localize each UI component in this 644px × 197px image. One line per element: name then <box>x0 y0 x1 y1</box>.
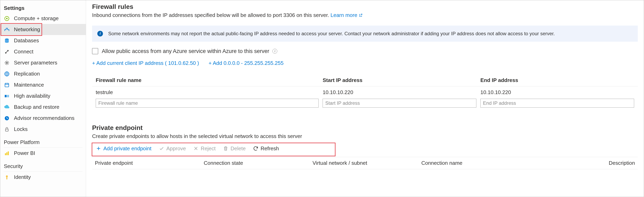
add-client-ip-link[interactable]: + Add current client IP address ( 101.0.… <box>92 60 199 66</box>
sidebar-item-label: Replication <box>14 71 40 77</box>
sidebar-item-high-availability[interactable]: High availability <box>0 90 86 102</box>
col-rule-name: Firewall rule name <box>96 77 318 84</box>
pe-table-header: Private endpoint Connection state Virtua… <box>92 157 638 169</box>
sidebar-item-label: Databases <box>14 38 39 44</box>
svg-rect-10 <box>5 153 6 155</box>
svg-point-3 <box>6 62 8 64</box>
high-availability-icon <box>4 93 10 99</box>
networking-icon <box>4 26 10 33</box>
identity-icon <box>4 174 10 180</box>
rule-name-input[interactable] <box>96 99 318 108</box>
reject-button[interactable]: Reject <box>190 144 219 153</box>
lock-icon <box>4 126 10 132</box>
sidebar-item-label: High availability <box>14 93 50 99</box>
info-icon-small[interactable]: i <box>272 49 277 54</box>
allow-azure-row: Allow public access from any Azure servi… <box>92 48 638 54</box>
sidebar-item-server-parameters[interactable]: Server parameters <box>0 57 86 68</box>
col-end-ip: End IP address <box>480 77 634 84</box>
sidebar-section-power: Power Platform <box>4 135 82 148</box>
sidebar-item-label: Server parameters <box>14 60 57 66</box>
approve-button[interactable]: Approve <box>155 144 190 153</box>
trash-icon <box>223 146 228 151</box>
svg-rect-9 <box>6 129 8 131</box>
database-icon <box>4 38 10 44</box>
pe-heading: Private endpoint <box>92 124 638 132</box>
allow-azure-checkbox[interactable] <box>92 48 98 54</box>
svg-rect-12 <box>8 151 9 155</box>
sidebar-item-label: Networking <box>14 26 40 33</box>
sidebar-item-label: Identity <box>14 174 31 180</box>
sidebar-item-networking[interactable]: Networking <box>0 24 86 35</box>
sidebar-item-identity[interactable]: Identity <box>0 172 86 183</box>
refresh-button[interactable]: Refresh <box>249 144 282 153</box>
col-desc: Description <box>530 160 635 166</box>
svg-rect-14 <box>6 177 8 180</box>
sidebar-section-settings: Settings <box>0 1 86 13</box>
col-cname: Connection name <box>421 160 526 166</box>
learn-more-label: Learn more <box>330 12 357 18</box>
svg-point-13 <box>6 175 8 177</box>
plus-icon <box>96 146 101 151</box>
firewall-description: Inbound connections from the IP addresse… <box>92 12 638 19</box>
add-private-endpoint-button[interactable]: Add private endpoint <box>92 144 155 153</box>
sidebar-item-compute-storage[interactable]: Compute + storage <box>0 13 86 24</box>
button-label: Refresh <box>260 146 279 152</box>
sidebar-item-replication[interactable]: Replication <box>0 68 86 79</box>
svg-point-1 <box>6 18 8 19</box>
button-label: Add private endpoint <box>103 146 152 152</box>
sidebar-section-security: Security <box>4 159 82 172</box>
col-state: Connection state <box>204 160 308 166</box>
sidebar-item-advisor[interactable]: Advisor recommendations <box>0 112 86 124</box>
sidebar-item-power-bi[interactable]: Power BI <box>0 148 86 159</box>
sidebar-item-label: Maintenance <box>14 82 44 88</box>
sidebar-item-label: Backup and restore <box>14 104 59 110</box>
end-ip-input[interactable] <box>480 99 634 108</box>
sidebar-item-backup-restore[interactable]: Backup and restore <box>0 102 86 112</box>
delete-button[interactable]: Delete <box>219 144 249 153</box>
private-endpoint-section: Private endpoint Create private endpoint… <box>92 124 638 169</box>
learn-more-link[interactable]: Learn more <box>330 12 363 18</box>
quick-links: + Add current client IP address ( 101.0.… <box>92 60 638 66</box>
col-vnet: Virtual network / subnet <box>312 160 417 166</box>
firewall-heading: Firewall rules <box>92 3 638 10</box>
pe-description: Create private endpoints to allow hosts … <box>92 133 638 140</box>
sidebar-item-locks[interactable]: Locks <box>0 124 86 135</box>
start-ip-input[interactable] <box>322 99 476 108</box>
sidebar-item-label: Power BI <box>14 150 35 156</box>
sidebar-item-connect[interactable]: Connect <box>0 46 86 57</box>
backup-icon <box>4 104 10 110</box>
sidebar-item-label: Connect <box>14 48 34 55</box>
replication-icon <box>4 71 10 77</box>
connect-icon <box>4 49 10 55</box>
button-label: Approve <box>166 146 186 152</box>
power-bi-icon <box>4 150 10 156</box>
sidebar-item-label: Locks <box>14 126 28 132</box>
button-label: Delete <box>230 146 246 152</box>
sidebar-item-databases[interactable]: Databases <box>0 35 86 46</box>
allow-azure-label: Allow public access from any Azure servi… <box>102 48 269 54</box>
advisor-icon <box>4 115 10 121</box>
firewall-rules-table: Firewall rule name Start IP address End … <box>92 74 638 108</box>
col-start-ip: Start IP address <box>322 77 476 84</box>
svg-rect-7 <box>7 95 9 97</box>
table-input-row <box>92 98 638 108</box>
maintenance-icon <box>4 82 10 88</box>
pe-toolbar: Add private endpoint Approve Reject Dele… <box>92 144 638 153</box>
table-row: testrule 10.10.10.220 10.10.10.220 <box>92 86 638 98</box>
settings-sidebar: Settings Compute + storage Networking Da… <box>0 0 86 197</box>
cell-end-ip: 10.10.10.220 <box>480 89 634 96</box>
refresh-icon <box>253 146 258 151</box>
svg-rect-6 <box>5 95 7 97</box>
gear-icon <box>4 60 10 66</box>
table-header-row: Firewall rule name Start IP address End … <box>92 74 638 86</box>
firewall-desc-text: Inbound connections from the IP addresse… <box>92 12 330 18</box>
cell-rule-name: testrule <box>96 89 318 96</box>
sidebar-item-label: Compute + storage <box>14 15 59 22</box>
svg-rect-11 <box>6 152 8 155</box>
add-full-range-link[interactable]: + Add 0.0.0.0 - 255.255.255.255 <box>208 60 284 66</box>
sidebar-item-maintenance[interactable]: Maintenance <box>0 79 86 90</box>
x-icon <box>193 146 199 151</box>
main-content: Firewall rules Inbound connections from … <box>86 0 644 197</box>
col-pe: Private endpoint <box>95 160 200 166</box>
cell-start-ip: 10.10.10.220 <box>322 89 476 96</box>
